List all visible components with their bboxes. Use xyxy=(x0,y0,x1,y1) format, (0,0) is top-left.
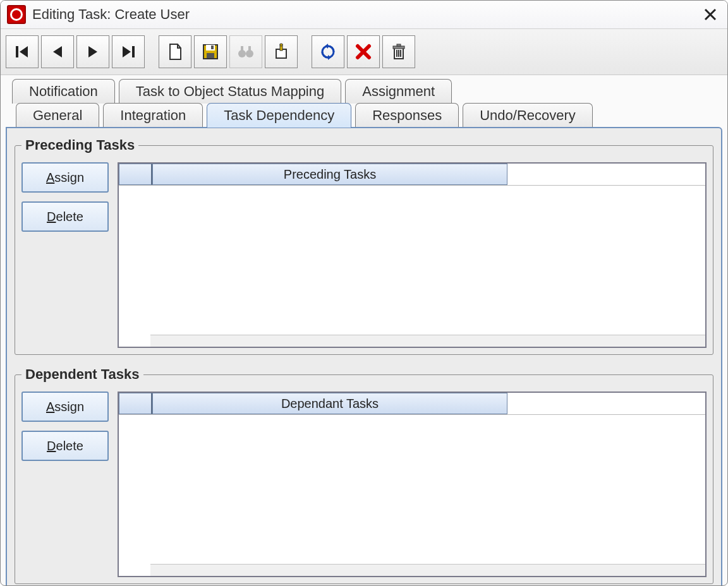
dependent-table-body[interactable] xyxy=(119,414,705,564)
toolbar xyxy=(1,29,727,75)
refresh-icon xyxy=(319,43,337,61)
next-record-button[interactable] xyxy=(76,35,109,68)
dependent-horizontal-scrollbar[interactable] xyxy=(150,564,705,576)
preceding-tasks-table[interactable]: Preceding Tasks xyxy=(118,162,707,348)
svg-rect-13 xyxy=(248,46,251,51)
new-button[interactable] xyxy=(159,35,191,68)
dependent-assign-rest: ssign xyxy=(54,400,84,414)
tab-task-dependency[interactable]: Task Dependency xyxy=(207,103,351,128)
svg-rect-12 xyxy=(241,46,243,51)
tab-general[interactable]: General xyxy=(16,103,99,128)
oracle-logo-icon xyxy=(7,5,26,24)
last-record-button[interactable] xyxy=(112,35,145,68)
preceding-tasks-column-header[interactable]: Preceding Tasks xyxy=(152,164,507,185)
clear-button[interactable] xyxy=(382,35,415,68)
svg-rect-8 xyxy=(207,53,214,58)
tab-assignment[interactable]: Assignment xyxy=(345,79,452,104)
dependent-tasks-group: Dependent Tasks Assign Delete Dependant … xyxy=(15,366,713,584)
dependent-delete-button[interactable]: Delete xyxy=(21,431,109,461)
notes-icon xyxy=(272,43,290,61)
svg-marker-4 xyxy=(123,46,131,57)
tab-integration[interactable]: Integration xyxy=(103,103,203,128)
delete-button[interactable] xyxy=(347,35,380,68)
svg-marker-1 xyxy=(20,46,28,57)
save-button[interactable] xyxy=(194,35,227,68)
svg-rect-19 xyxy=(393,46,404,49)
first-record-button[interactable] xyxy=(6,35,39,68)
dependent-row-selector-header[interactable] xyxy=(119,393,152,414)
tab-notification[interactable]: Notification xyxy=(12,79,115,104)
binoculars-icon xyxy=(237,44,255,60)
preceding-table-body[interactable] xyxy=(119,185,705,335)
preceding-row-selector-header[interactable] xyxy=(119,164,152,185)
dependent-table-header: Dependant Tasks xyxy=(119,393,705,414)
dependent-tasks-table[interactable]: Dependant Tasks xyxy=(118,392,707,577)
dependent-tasks-column-header[interactable]: Dependant Tasks xyxy=(152,393,507,414)
save-floppy-icon xyxy=(202,43,219,61)
preceding-table-header: Preceding Tasks xyxy=(119,164,705,185)
tab-row-upper: Notification Task to Object Status Mappi… xyxy=(1,79,727,104)
close-icon xyxy=(703,8,717,21)
refresh-button[interactable] xyxy=(312,35,344,68)
find-button xyxy=(229,35,262,68)
trash-icon xyxy=(391,43,406,61)
svg-rect-5 xyxy=(132,46,135,57)
tab-responses[interactable]: Responses xyxy=(355,103,459,128)
tab-content-task-dependency: Preceding Tasks Assign Delete Preceding … xyxy=(6,127,722,586)
svg-marker-3 xyxy=(88,46,97,57)
last-record-icon xyxy=(120,44,136,60)
tab-undo-recovery[interactable]: Undo/Recovery xyxy=(463,103,593,128)
preceding-tasks-legend: Preceding Tasks xyxy=(21,137,138,153)
svg-rect-20 xyxy=(397,44,401,46)
first-record-icon xyxy=(14,44,30,60)
dependent-assign-button[interactable]: Assign xyxy=(21,392,109,422)
window-title: Editing Task: Create User xyxy=(32,6,190,23)
delete-x-icon xyxy=(355,44,372,60)
svg-rect-0 xyxy=(16,46,18,57)
previous-record-button[interactable] xyxy=(41,35,74,68)
preceding-tasks-group: Preceding Tasks Assign Delete Preceding … xyxy=(15,137,713,355)
dependent-button-column: Assign Delete xyxy=(21,392,109,461)
titlebar: Editing Task: Create User xyxy=(1,1,727,29)
tab-task-to-object-status-mapping[interactable]: Task to Object Status Mapping xyxy=(119,79,341,104)
notes-button[interactable] xyxy=(265,35,298,68)
new-document-icon xyxy=(167,42,183,61)
preceding-horizontal-scrollbar[interactable] xyxy=(150,335,705,347)
editing-task-window: Editing Task: Create User xyxy=(0,0,728,586)
preceding-delete-rest: elete xyxy=(56,210,83,224)
close-button[interactable] xyxy=(700,8,721,21)
dependent-delete-rest: elete xyxy=(56,439,83,453)
svg-point-15 xyxy=(280,44,282,46)
preceding-delete-button[interactable]: Delete xyxy=(21,201,109,232)
next-icon xyxy=(85,44,101,60)
previous-icon xyxy=(49,44,66,60)
preceding-assign-button[interactable]: Assign xyxy=(21,162,109,193)
preceding-button-column: Assign Delete xyxy=(21,162,109,232)
dependent-tasks-legend: Dependent Tasks xyxy=(21,366,143,383)
svg-rect-9 xyxy=(211,45,214,49)
preceding-assign-rest: ssign xyxy=(54,170,84,184)
tab-row-lower: General Integration Task Dependency Resp… xyxy=(1,103,727,128)
svg-marker-2 xyxy=(53,46,62,57)
